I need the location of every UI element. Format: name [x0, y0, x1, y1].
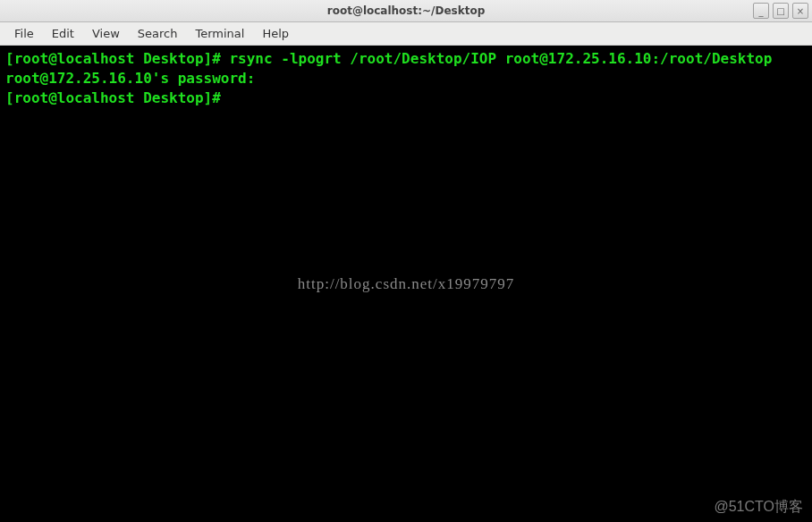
terminal-area[interactable]: [root@localhost Desktop]# rsync -lpogrt …	[0, 46, 812, 522]
minimize-button[interactable]: _	[753, 3, 769, 19]
menu-terminal[interactable]: Terminal	[186, 24, 253, 43]
terminal-line-1: [root@localhost Desktop]# rsync -lpogrt …	[5, 50, 772, 67]
menu-edit[interactable]: Edit	[43, 24, 83, 43]
window-controls: _ □ ×	[753, 3, 808, 19]
menu-view[interactable]: View	[83, 24, 129, 43]
watermark-center: http://blog.csdn.net/x19979797	[298, 274, 515, 294]
menu-file[interactable]: File	[5, 24, 43, 43]
maximize-button[interactable]: □	[773, 3, 789, 19]
close-button[interactable]: ×	[792, 3, 808, 19]
menubar: File Edit View Search Terminal Help	[0, 22, 812, 46]
menu-search[interactable]: Search	[129, 24, 187, 43]
terminal-line-3: [root@localhost Desktop]#	[5, 89, 229, 106]
terminal-line-2: root@172.25.16.10's password:	[5, 70, 255, 87]
window-title: root@localhost:~/Desktop	[327, 4, 486, 17]
window-titlebar: root@localhost:~/Desktop _ □ ×	[0, 0, 812, 22]
watermark-corner: @51CTO博客	[714, 497, 803, 517]
menu-help[interactable]: Help	[253, 24, 298, 43]
